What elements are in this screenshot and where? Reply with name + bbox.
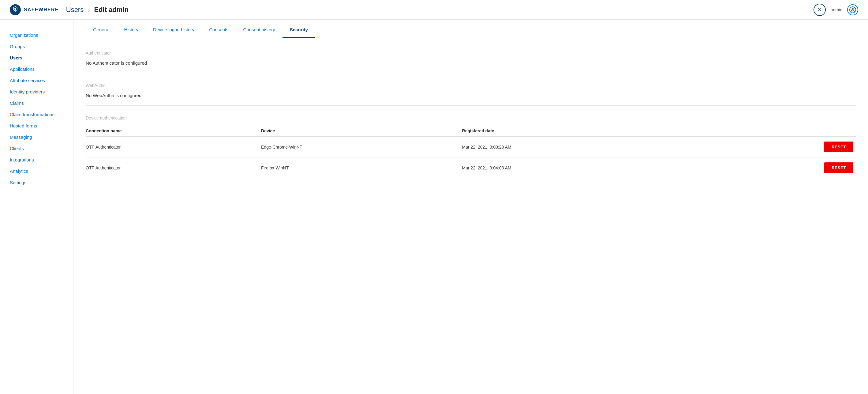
close-icon: × bbox=[818, 6, 822, 13]
tab-general[interactable]: General bbox=[86, 22, 117, 38]
device-table-header: Connection name Device Registered date bbox=[86, 125, 856, 137]
breadcrumb-current: Edit admin bbox=[94, 6, 128, 13]
admin-label: admin bbox=[831, 7, 842, 12]
avatar[interactable] bbox=[847, 4, 858, 15]
sidebar-item-messaging[interactable]: Messaging bbox=[0, 132, 73, 143]
col-device: Device bbox=[261, 125, 462, 137]
sidebar-item-integrations[interactable]: Integrations bbox=[0, 154, 73, 165]
sidebar-item-claim-transformations[interactable]: Claim transformations bbox=[0, 109, 73, 120]
logo-text: SAFEWHERE bbox=[24, 7, 59, 12]
sidebar-item-settings[interactable]: Settings bbox=[0, 177, 73, 188]
device-auth-section: Device authentication Connection name De… bbox=[86, 113, 856, 178]
svg-point-2 bbox=[14, 8, 16, 10]
row1-device: Edge-Chrome-WinNT bbox=[261, 137, 462, 158]
authenticator-value: No Authenticator is configured bbox=[86, 60, 856, 65]
logo: SAFEWHERE bbox=[10, 4, 59, 15]
reset-button-1[interactable]: RESET bbox=[824, 142, 853, 152]
sidebar-item-claims[interactable]: Claims bbox=[0, 97, 73, 109]
header-right: × admin bbox=[813, 4, 858, 16]
sidebar-item-groups[interactable]: Groups bbox=[0, 41, 73, 52]
device-auth-label: Device authentication bbox=[86, 113, 856, 120]
divider-1 bbox=[86, 73, 856, 73]
authenticator-section: Authenticator No Authenticator is config… bbox=[86, 48, 856, 65]
breadcrumb-link[interactable]: Users bbox=[66, 6, 84, 13]
row2-device: Firefox-WinNT bbox=[261, 158, 462, 178]
webauthn-value: No WebAuthn is configured bbox=[86, 93, 856, 98]
webauthn-label: WebAuthn bbox=[86, 81, 856, 88]
col-action bbox=[703, 125, 856, 137]
tab-consent-history[interactable]: Consent history bbox=[236, 22, 282, 38]
sidebar-item-organizations[interactable]: Organizations bbox=[0, 29, 73, 41]
close-button[interactable]: × bbox=[813, 4, 826, 16]
logo-icon bbox=[10, 4, 21, 15]
sidebar-item-analytics[interactable]: Analytics bbox=[0, 165, 73, 177]
col-connection-name: Connection name bbox=[86, 125, 261, 137]
header: SAFEWHERE Users › Edit admin × admin bbox=[0, 0, 868, 20]
device-table-body: OTP Authenticator Edge-Chrome-WinNT Mar … bbox=[86, 137, 856, 178]
breadcrumb: Users › Edit admin bbox=[66, 6, 128, 14]
row2-connection-name: OTP Authenticator bbox=[86, 158, 261, 178]
sidebar-item-applications[interactable]: Applications bbox=[0, 63, 73, 75]
main-content: General History Device logon history Con… bbox=[73, 20, 868, 394]
row2-reset-cell: RESET bbox=[703, 158, 856, 178]
header-left: SAFEWHERE Users › Edit admin bbox=[10, 4, 128, 15]
sidebar-item-identity-providers[interactable]: Identity providers bbox=[0, 86, 73, 97]
device-table: Connection name Device Registered date O… bbox=[86, 125, 856, 178]
tab-consents[interactable]: Consents bbox=[202, 22, 236, 38]
row1-reset-cell: RESET bbox=[703, 137, 856, 158]
tab-history[interactable]: History bbox=[117, 22, 146, 38]
breadcrumb-sep: › bbox=[88, 7, 90, 13]
sidebar-item-attribute-services[interactable]: Attribute services bbox=[0, 75, 73, 86]
sidebar-item-clients[interactable]: Clients bbox=[0, 143, 73, 154]
col-registered-date: Registered date bbox=[462, 125, 703, 137]
sidebar-item-hosted-forms[interactable]: Hosted forms bbox=[0, 120, 73, 132]
webauthn-section: WebAuthn No WebAuthn is configured bbox=[86, 81, 856, 98]
layout: Organizations Groups Users Applications … bbox=[0, 20, 868, 394]
table-row: OTP Authenticator Edge-Chrome-WinNT Mar … bbox=[86, 137, 856, 158]
sidebar: Organizations Groups Users Applications … bbox=[0, 20, 73, 394]
sidebar-item-users[interactable]: Users bbox=[0, 52, 73, 63]
user-icon bbox=[849, 6, 856, 13]
device-table-header-row: Connection name Device Registered date bbox=[86, 125, 856, 137]
reset-button-2[interactable]: RESET bbox=[824, 162, 853, 173]
row2-registered-date: Mar 22, 2021, 3:04:03 AM bbox=[462, 158, 703, 178]
row1-registered-date: Mar 22, 2021, 3:03:28 AM bbox=[462, 137, 703, 158]
tabs: General History Device logon history Con… bbox=[86, 20, 856, 38]
row1-connection-name: OTP Authenticator bbox=[86, 137, 261, 158]
authenticator-label: Authenticator bbox=[86, 48, 856, 55]
svg-point-6 bbox=[852, 8, 854, 10]
tab-device-logon-history[interactable]: Device logon history bbox=[146, 22, 202, 38]
table-row: OTP Authenticator Firefox-WinNT Mar 22, … bbox=[86, 158, 856, 178]
divider-2 bbox=[86, 105, 856, 106]
tab-security[interactable]: Security bbox=[282, 22, 315, 38]
